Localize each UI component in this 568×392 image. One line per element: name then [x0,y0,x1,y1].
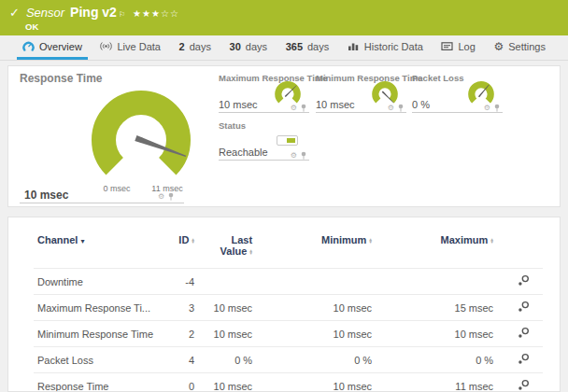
gear-icon[interactable]: ⚙ [291,105,297,112]
sensor-title: Ping v2 [70,5,117,20]
channel-settings-icon[interactable] [518,353,530,365]
tab-bar: Overview Live Data 2 days 30 days 365 da… [0,35,568,61]
panel-actions: ⚙ [291,104,307,112]
tab-30-days[interactable]: 30 days [224,35,274,60]
column-header-channel[interactable]: Channel▾ [34,229,157,269]
divider [412,112,503,113]
minimum-value: 10 msec [256,321,376,347]
pin-icon[interactable] [397,104,405,112]
tab-number: 30 [230,41,241,52]
channel-id: 0 [157,373,198,392]
last-value: 0 % [198,347,256,373]
tab-365-days[interactable]: 365 days [280,35,335,60]
mini-panel-status: Status Reachable ⚙ [219,120,309,167]
tab-settings[interactable]: ⚙ Settings [488,35,551,60]
tab-label: days [246,41,267,52]
mini-panel-maximum-response-time: Maximum Response Time 10 msec ⚙ [219,73,309,119]
tab-overview[interactable]: Overview [17,35,88,60]
table-row-response-time[interactable]: Response Time 0 10 msec 10 msec 11 msec [34,373,543,392]
tab-historic-data[interactable]: Historic Data [342,35,429,60]
gear-icon[interactable]: ⚙ [158,193,164,201]
live-data-icon [100,40,112,52]
maximum-value: 15 msec [376,295,497,321]
divider [219,112,309,113]
table-row-downtime[interactable]: Downtime -4 [34,269,543,295]
divider [316,112,406,113]
table-row-minimum-response-time[interactable]: Minimum Response Time 2 10 msec 10 msec … [34,321,543,347]
table-row-packet-loss[interactable]: Packet Loss 4 0 % 0 % 0 % [34,347,543,373]
minimum-value [256,269,376,295]
sensor-status-badge: OK [25,21,38,32]
tab-live-data[interactable]: Live Data [94,35,165,60]
channel-id: 3 [157,295,198,321]
tab-2-days[interactable]: 2 days [174,35,217,60]
pin-icon[interactable] [300,151,307,160]
last-value [198,269,256,295]
overview-panel: Response Time 0 msec 11 msec 10 msec ⚙ M… [7,65,561,207]
channel-settings-icon[interactable] [518,327,530,339]
sensor-header: ✓ Sensor Ping v2 ⚐ ★★★☆☆ OK [0,0,568,35]
ok-check-icon: ✓ [9,6,20,20]
mini-value: 10 msec [316,99,355,110]
sort-icon: ▴▾ [490,238,493,245]
channel-table: Channel▾ ID▴▾ Last Value▴▾ Minimum▴▾ Max… [34,229,543,392]
channel-settings-icon[interactable] [518,301,530,313]
prtg-sensor-page: ✓ Sensor Ping v2 ⚐ ★★★☆☆ OK Overview Liv… [0,0,568,392]
tab-label: days [307,41,329,52]
panel-actions: ⚙ [484,104,501,112]
channel-name[interactable]: Maximum Response Ti... [34,295,157,321]
mini-value: 10 msec [219,99,258,110]
tab-number: 2 [179,41,185,52]
tab-label: days [190,41,211,52]
response-time-value: 10 msec [24,189,68,202]
pin-icon[interactable] [167,192,175,201]
gear-icon[interactable]: ⚙ [388,105,394,112]
channel-name[interactable]: Response Time [34,373,157,392]
column-header-last-value[interactable]: Last Value▴▾ [198,229,256,269]
divider [20,203,184,203]
channel-settings-icon[interactable] [518,379,530,391]
panel-actions: ⚙ [388,104,405,112]
tab-label: Historic Data [364,41,423,52]
channel-name[interactable]: Minimum Response Time [34,321,157,347]
mini-value: Reachable [219,147,268,158]
pin-icon[interactable] [300,104,307,112]
table-row-maximum-response-time[interactable]: Maximum Response Ti... 3 10 msec 10 msec… [34,295,543,321]
gear-icon[interactable]: ⚙ [484,105,490,112]
sensor-kind-label: Sensor [26,6,64,20]
channel-table-panel: Channel▾ ID▴▾ Last Value▴▾ Minimum▴▾ Max… [7,217,561,392]
sort-desc-icon: ▾ [80,237,84,245]
minimum-value: 0 % [256,347,376,373]
gear-icon[interactable]: ⚙ [291,152,297,160]
divider [219,160,309,161]
channel-id: 4 [157,347,198,373]
settings-gear-icon: ⚙ [493,41,504,52]
channel-name[interactable]: Downtime [34,269,157,295]
channel-id: 2 [157,321,198,347]
flag-icon[interactable]: ⚐ [119,10,125,19]
table-header-row: Channel▾ ID▴▾ Last Value▴▾ Minimum▴▾ Max… [34,229,543,269]
tab-number: 365 [286,41,303,52]
bar-chart-icon [348,40,360,52]
maximum-value [376,269,497,295]
priority-stars[interactable]: ★★★☆☆ [133,8,179,19]
sort-icon: ▴▾ [369,238,372,245]
panel-actions: ⚙ [291,151,307,160]
last-value: 10 msec [198,321,256,347]
column-header-minimum[interactable]: Minimum▴▾ [256,229,376,269]
minimum-value: 10 msec [256,373,376,392]
column-header-id[interactable]: ID▴▾ [157,229,198,269]
sort-icon: ▴▾ [192,238,194,245]
channel-settings-icon[interactable] [518,274,530,287]
mini-title: Status [219,120,246,131]
log-icon [441,40,453,52]
panel-actions: ⚙ [158,192,175,201]
tab-log[interactable]: Log [435,35,480,60]
pin-icon[interactable] [493,104,501,112]
column-header-settings [497,229,543,269]
column-header-maximum[interactable]: Maximum▴▾ [376,229,497,269]
last-value: 10 msec [198,373,256,392]
channel-name[interactable]: Packet Loss [34,347,157,373]
tab-label: Live Data [117,41,160,52]
gauge-scale-start: 0 msec [98,184,135,193]
